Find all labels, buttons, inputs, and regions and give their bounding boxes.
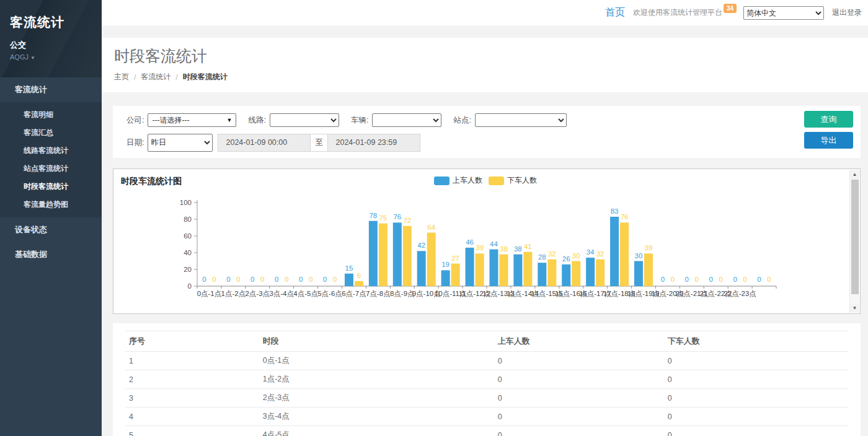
breadcrumb-passenger-stats[interactable]: 客流统计 bbox=[141, 72, 170, 82]
bar-value-label: 0 bbox=[767, 276, 771, 283]
bar-上车人数-8[interactable] bbox=[393, 222, 402, 286]
bar-下车人数-11[interactable] bbox=[476, 253, 484, 286]
sidebar-section-passenger-stats[interactable]: 客流统计 bbox=[0, 77, 102, 102]
breadcrumb-home[interactable]: 主页 bbox=[114, 72, 129, 82]
line-select[interactable] bbox=[270, 113, 339, 127]
bar-上车人数-9[interactable] bbox=[417, 251, 426, 286]
bar-value-label: 34 bbox=[587, 248, 595, 256]
sidebar-item-2[interactable]: 线路客流统计 bbox=[0, 142, 102, 160]
bar-下车人数-6[interactable] bbox=[355, 281, 363, 286]
bar-value-label: 19 bbox=[441, 261, 450, 268]
sidebar-item-0[interactable]: 客流明细 bbox=[0, 106, 102, 124]
bar-value-label: 0 bbox=[309, 276, 312, 283]
x-category-label: 7点-8点 bbox=[366, 290, 391, 297]
x-category-label: 8点-9点 bbox=[390, 290, 415, 297]
logout-link[interactable]: 退出登录 bbox=[832, 7, 862, 18]
chart-panel: 时段车流统计图 上车人数下车人数 020406080100000点-1点001点… bbox=[113, 168, 861, 314]
bar-value-label: 32 bbox=[548, 250, 556, 258]
bar-上车人数-7[interactable] bbox=[369, 221, 378, 286]
main-content: 首页 欢迎使用客流统计管理平台34 简体中文 退出登录 时段客流统计 主页 / … bbox=[102, 0, 868, 436]
user-dropdown[interactable]: AQGJ▼ bbox=[10, 53, 102, 61]
bar-下车人数-7[interactable] bbox=[379, 224, 388, 286]
action-buttons: 查询 导出 bbox=[804, 111, 853, 149]
content-wrapper: 公司: ---请选择--- ▼ 线路: 车辆: 站点: 日期: 昨日 2024-… bbox=[102, 92, 868, 436]
page-heading: 时段客流统计 主页 / 客流统计 / 时段客流统计 bbox=[102, 38, 868, 92]
bar-上车人数-10[interactable] bbox=[441, 270, 450, 286]
bar-上车人数-6[interactable] bbox=[345, 274, 353, 286]
x-category-label: 1点-2点 bbox=[221, 290, 246, 297]
bar-value-label: 44 bbox=[490, 240, 498, 248]
export-button[interactable]: 导出 bbox=[804, 132, 853, 149]
bar-value-label: 0 bbox=[709, 276, 713, 283]
bar-value-label: 0 bbox=[285, 276, 288, 283]
sidebar-item-3[interactable]: 站点客流统计 bbox=[0, 160, 102, 178]
sidebar-item-1[interactable]: 客流汇总 bbox=[0, 124, 102, 142]
bar-上车人数-14[interactable] bbox=[538, 263, 546, 286]
y-tick-label: 40 bbox=[184, 249, 192, 256]
scroll-down-icon[interactable]: ▼ bbox=[850, 303, 859, 313]
table-cell: 0 bbox=[664, 370, 848, 389]
sidebar-section-device-status[interactable]: 设备状态 bbox=[0, 217, 102, 242]
topbar: 首页 欢迎使用客流统计管理平台34 简体中文 退出登录 bbox=[102, 0, 868, 25]
vehicle-label: 车辆: bbox=[351, 115, 368, 126]
chart-area: 020406080100000点-1点001点-2点002点-3点003点-4点… bbox=[121, 191, 860, 307]
chart-title: 时段车流统计图 bbox=[121, 176, 182, 186]
bar-value-label: 26 bbox=[562, 255, 570, 263]
table-row: 21点-2点00 bbox=[125, 370, 848, 389]
bar-上车人数-12[interactable] bbox=[489, 250, 498, 286]
bar-下车人数-15[interactable] bbox=[572, 261, 580, 287]
bar-下车人数-9[interactable] bbox=[427, 233, 436, 286]
table-cell: 0 bbox=[494, 426, 664, 436]
station-select[interactable] bbox=[475, 113, 567, 127]
bar-下车人数-13[interactable] bbox=[523, 252, 532, 286]
notification-badge[interactable]: 34 bbox=[724, 4, 737, 13]
company-select[interactable]: ---请选择--- ▼ bbox=[148, 113, 236, 127]
bar-下车人数-8[interactable] bbox=[403, 226, 412, 286]
bar-上车人数-18[interactable] bbox=[634, 261, 643, 287]
language-select[interactable]: 简体中文 bbox=[743, 6, 824, 20]
legend-item-1[interactable]: 下车人数 bbox=[489, 175, 537, 186]
breadcrumb-separator: / bbox=[175, 73, 177, 82]
bar-value-label: 30 bbox=[635, 252, 643, 259]
query-button[interactable]: 查询 bbox=[804, 111, 853, 128]
y-tick-label: 0 bbox=[188, 282, 192, 290]
bar-value-label: 0 bbox=[719, 276, 723, 283]
sidebar-item-4[interactable]: 时段客流统计 bbox=[0, 178, 102, 196]
bar-value-label: 83 bbox=[611, 207, 619, 215]
sidebar-header: 客流统计 公交 AQGJ▼ bbox=[0, 0, 102, 77]
bar-下车人数-10[interactable] bbox=[451, 264, 460, 286]
scrollbar-thumb[interactable] bbox=[851, 180, 859, 294]
bar-下车人数-18[interactable] bbox=[644, 253, 653, 286]
bar-上车人数-17[interactable] bbox=[610, 217, 619, 286]
bar-value-label: 39 bbox=[476, 244, 484, 251]
date-preset-select[interactable]: 昨日 bbox=[148, 134, 213, 152]
date-from-input[interactable]: 2024-01-09 00:00 bbox=[218, 134, 311, 152]
bar-value-label: 27 bbox=[451, 255, 459, 262]
bar-上车人数-15[interactable] bbox=[562, 264, 570, 286]
bar-value-label: 0 bbox=[226, 276, 230, 283]
table-cell: 0 bbox=[664, 426, 848, 436]
table-cell: 1点-2点 bbox=[259, 370, 494, 389]
date-to-input[interactable]: 2024-01-09 23:59 bbox=[327, 134, 420, 152]
home-link[interactable]: 首页 bbox=[605, 6, 625, 19]
bar-上车人数-11[interactable] bbox=[466, 248, 474, 286]
sidebar-section-basic-data[interactable]: 基础数据 bbox=[0, 242, 102, 267]
bar-chart: 020406080100000点-1点001点-2点002点-3点003点-4点… bbox=[121, 191, 840, 304]
table-cell: 0 bbox=[494, 370, 664, 389]
bar-上车人数-16[interactable] bbox=[586, 258, 595, 286]
legend-item-0[interactable]: 上车人数 bbox=[434, 175, 482, 186]
table-header-row: 序号时段上车人数下车人数 bbox=[125, 331, 848, 352]
x-category-label: 2点-3点 bbox=[245, 290, 270, 297]
bar-上车人数-13[interactable] bbox=[513, 255, 522, 286]
y-tick-label: 80 bbox=[184, 216, 192, 223]
chart-scrollbar[interactable]: ▲ ▼ bbox=[849, 170, 859, 313]
bar-下车人数-12[interactable] bbox=[499, 255, 508, 286]
vehicle-select[interactable] bbox=[372, 113, 441, 127]
scroll-up-icon[interactable]: ▲ bbox=[850, 170, 859, 179]
bar-value-label: 75 bbox=[379, 214, 387, 222]
bar-下车人数-14[interactable] bbox=[547, 259, 556, 286]
table-cell: 0 bbox=[664, 389, 848, 408]
bar-下车人数-16[interactable] bbox=[596, 259, 604, 286]
bar-下车人数-17[interactable] bbox=[620, 222, 629, 286]
sidebar-item-5[interactable]: 客流量趋势图 bbox=[0, 196, 102, 214]
